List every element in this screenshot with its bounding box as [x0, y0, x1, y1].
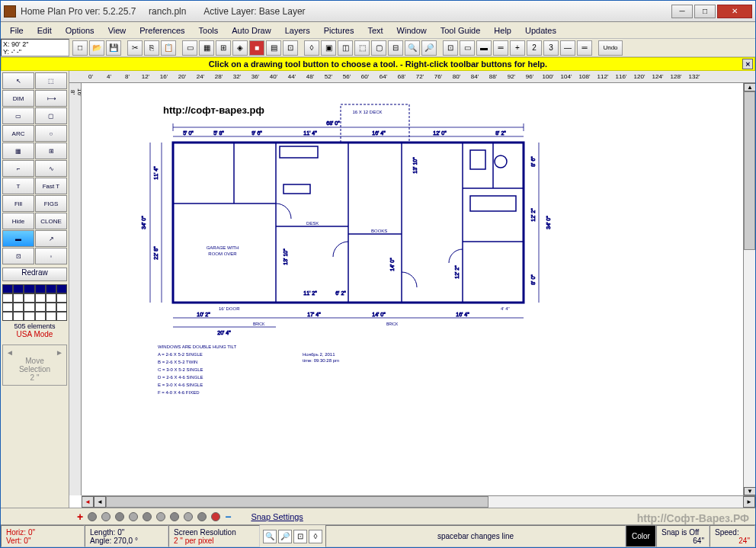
maximize-button[interactable]: □ [694, 5, 716, 18]
snap-dot[interactable] [197, 512, 207, 521]
menu-options[interactable]: Options [59, 24, 101, 37]
tool-btn-13[interactable]: ⊟ [388, 40, 403, 56]
tool-btn-11[interactable]: ⬚ [354, 40, 370, 56]
tool-btn-16[interactable]: ▬ [476, 40, 492, 56]
snap-dot[interactable] [101, 512, 111, 521]
zoom-out-icon[interactable]: 🔎 [421, 40, 437, 56]
tool-misc2[interactable]: ◦ [35, 248, 67, 264]
menu-window[interactable]: Window [391, 24, 433, 37]
tool-hide[interactable]: Hide [2, 213, 34, 229]
tool-line1[interactable]: ⌐ [2, 160, 34, 177]
snap-dot[interactable] [88, 512, 97, 521]
tool-line2[interactable]: ∿ [35, 160, 67, 177]
menu-autodraw[interactable]: Auto Draw [226, 24, 277, 37]
redraw-button[interactable]: Redraw [2, 268, 67, 281]
tool-btn-14[interactable]: ⊡ [443, 40, 458, 56]
tool-misc1[interactable]: ⊡ [2, 248, 34, 264]
menu-updates[interactable]: Updates [519, 24, 562, 37]
tool-btn-1[interactable]: ▭ [182, 40, 197, 56]
snap-dot[interactable] [184, 512, 193, 521]
canvas-area[interactable]: 0'4'8'12'16'20'24'28'32'36'40'44'48'52'5… [69, 71, 755, 508]
snap-dot[interactable] [129, 512, 138, 521]
tool-line3[interactable]: ↗ [35, 230, 67, 247]
close-button[interactable]: ✕ [717, 5, 752, 18]
menu-view[interactable]: View [102, 24, 133, 37]
tool-btn-6[interactable]: ▤ [266, 40, 281, 56]
menu-toolguide[interactable]: Tool Guide [434, 24, 487, 37]
menu-preferences[interactable]: Preferences [133, 24, 191, 37]
menu-help[interactable]: Help [488, 24, 517, 37]
paste-icon[interactable]: 📋 [161, 40, 176, 56]
tool-select[interactable]: ↖ [2, 72, 34, 89]
menu-file[interactable]: File [4, 24, 30, 37]
tool-btn-17[interactable]: ═ [493, 40, 508, 56]
tool-text[interactable]: T [2, 178, 34, 194]
color-palette[interactable] [2, 284, 67, 321]
tool-btn-21[interactable]: — [560, 40, 575, 56]
minimize-button[interactable]: ─ [671, 5, 693, 18]
zoom-in-icon[interactable]: 🔍 [405, 40, 420, 56]
tool-marquee[interactable]: ⬚ [35, 72, 67, 89]
menu-edit[interactable]: Edit [31, 24, 58, 37]
move-selection-box[interactable]: ◄► Move Selection 2 " [2, 345, 67, 386]
tool-window[interactable]: ⊞ [35, 143, 67, 159]
tool-btn-8[interactable]: ◊ [304, 40, 319, 56]
tool-arc[interactable]: ARC [2, 125, 34, 142]
snap-dot[interactable] [211, 512, 220, 521]
zoom-controls: 🔍 🔎 ⊡ ◊ [260, 525, 325, 547]
close-hint-icon[interactable]: ✕ [742, 59, 753, 69]
tool-fasttext[interactable]: Fast T [35, 178, 67, 194]
undo-icon[interactable]: Undo [598, 40, 623, 56]
svg-text:8' 0": 8' 0" [530, 274, 536, 285]
tool-circle[interactable]: ○ [35, 125, 67, 142]
tool-btn-3[interactable]: ⊞ [216, 40, 231, 56]
hint-bar: Click on a drawing tool button to choose… [1, 57, 755, 71]
drawing-canvas[interactable]: http://софт-варез.рф [82, 83, 743, 495]
zoom-in-icon[interactable]: 🔍 [263, 530, 277, 543]
tool-grid[interactable]: ▦ [2, 143, 34, 159]
snap-dot[interactable] [143, 512, 152, 521]
save-icon[interactable]: 💾 [106, 40, 121, 56]
tool-btn-12[interactable]: ▢ [371, 40, 386, 56]
tool-btn-9[interactable]: ▣ [321, 40, 336, 56]
menu-text[interactable]: Text [361, 24, 389, 37]
tool-dim[interactable]: DIM [2, 90, 34, 107]
menu-pictures[interactable]: Pictures [318, 24, 360, 37]
snap-settings-link[interactable]: Snap Settings [251, 512, 303, 521]
zoom-1-icon[interactable]: ◊ [309, 530, 322, 543]
menu-layers[interactable]: Layers [279, 24, 316, 37]
menu-tools[interactable]: Tools [193, 24, 225, 37]
zoom-out-icon[interactable]: 🔎 [278, 530, 292, 543]
tool-rect2[interactable]: ▢ [35, 107, 67, 124]
horizontal-scrollbar[interactable]: ◄ ◄ ► [82, 495, 755, 508]
tool-fill[interactable]: Fill [2, 195, 34, 212]
tool-btn-18[interactable]: + [510, 40, 525, 56]
tool-dim2[interactable]: ⟼ [35, 90, 67, 107]
snap-dot[interactable] [170, 512, 179, 521]
tool-clone[interactable]: CLONE [35, 213, 67, 229]
tool-btn-4[interactable]: ◈ [232, 40, 248, 56]
cut-icon[interactable]: ✂ [127, 40, 143, 56]
tool-btn-2[interactable]: ▦ [199, 40, 214, 56]
color-button[interactable]: Color [626, 525, 656, 547]
zoom-fit-icon[interactable]: ⊡ [293, 530, 307, 543]
snap-minus-icon[interactable]: − [225, 511, 231, 523]
tool-btn-5[interactable]: ■ [249, 40, 264, 56]
open-icon[interactable]: 📂 [89, 40, 104, 56]
tool-btn-20[interactable]: 3 [543, 40, 559, 56]
tool-btn-22[interactable]: ═ [577, 40, 592, 56]
tool-btn-7[interactable]: ⊡ [283, 40, 298, 56]
tool-rect[interactable]: ▭ [2, 107, 34, 124]
tool-wall[interactable]: ▬ [2, 230, 34, 247]
tool-btn-10[interactable]: ◫ [338, 40, 353, 56]
snap-dot[interactable] [156, 512, 165, 521]
tool-btn-15[interactable]: ▭ [460, 40, 475, 56]
tool-btn-19[interactable]: 2 [527, 40, 542, 56]
svg-text:8' 2": 8' 2" [495, 130, 506, 136]
vertical-scrollbar[interactable]: ▲ ▼ [743, 83, 755, 495]
snap-plus-icon[interactable]: + [77, 511, 83, 523]
snap-dot[interactable] [115, 512, 124, 521]
copy-icon[interactable]: ⎘ [144, 40, 159, 56]
tool-figs[interactable]: FIGS [35, 195, 67, 212]
new-icon[interactable]: □ [72, 40, 88, 56]
